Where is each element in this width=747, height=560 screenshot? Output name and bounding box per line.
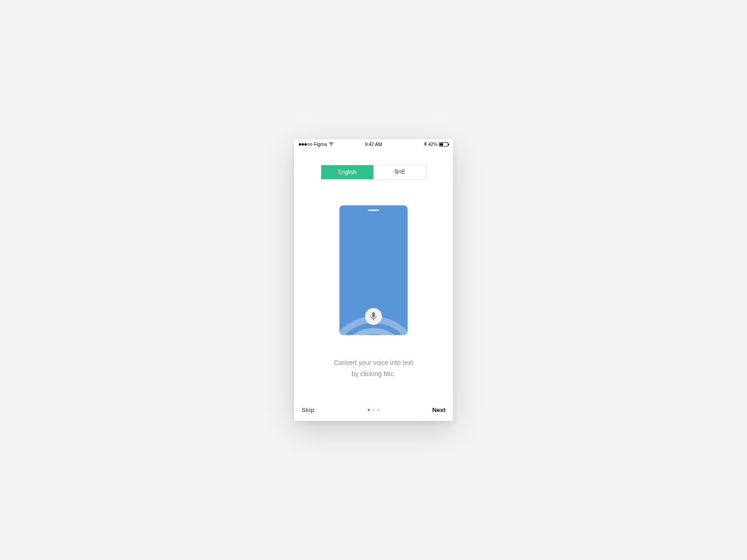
phone-speaker-icon: [368, 210, 379, 211]
caption-line-1: Convert your voice into text: [313, 357, 434, 369]
language-hindi-button[interactable]: हिन्दी: [374, 165, 426, 179]
onboarding-caption: Convert your voice into text by clicking…: [294, 357, 453, 380]
status-right: 42%: [424, 142, 448, 147]
page-indicator: [368, 409, 380, 411]
status-left: Figma: [299, 142, 334, 147]
device-frame: Figma 9:42 AM 42% English: [294, 139, 453, 421]
footer-nav: Skip Next: [294, 399, 453, 421]
status-time: 9:42 AM: [365, 142, 382, 147]
page-dot-1: [368, 409, 370, 411]
skip-button[interactable]: Skip: [302, 406, 314, 413]
phone-illustration: [339, 205, 408, 335]
page-dot-2: [373, 409, 375, 411]
status-bar: Figma 9:42 AM 42%: [294, 139, 453, 148]
battery-icon: [439, 142, 448, 147]
next-button[interactable]: Next: [432, 406, 445, 413]
mic-button-icon: [365, 308, 382, 325]
wifi-icon: [329, 142, 334, 147]
language-english-label: English: [338, 169, 356, 175]
battery-percentage: 42%: [428, 142, 437, 147]
microphone-icon: [370, 312, 377, 321]
hero-illustration: [294, 205, 453, 335]
caption-line-2: by clicking Mic.: [313, 369, 434, 380]
language-hindi-label: हिन्दी: [395, 169, 405, 175]
language-english-button[interactable]: English: [321, 165, 374, 179]
signal-strength-icon: [299, 143, 312, 146]
onboarding-content: English हिन्दी: [294, 148, 453, 399]
language-toggle: English हिन्दी: [321, 165, 427, 180]
bluetooth-icon: [424, 142, 427, 147]
page-dot-3: [377, 409, 380, 411]
carrier-label: Figma: [314, 142, 327, 147]
